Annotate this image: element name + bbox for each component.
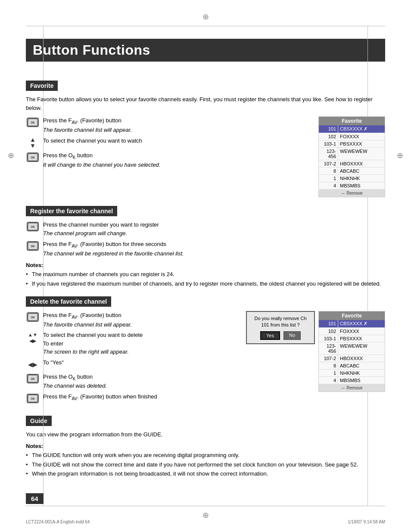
del-instr-row-2: ▲▼ ◀▶ To select the channel you want to … bbox=[26, 331, 239, 356]
fav-name-123: WEWEWEW bbox=[338, 148, 385, 160]
svg-text:OK: OK bbox=[31, 121, 35, 124]
footer-left: LCT2224-001A-A English.indd 64 bbox=[26, 520, 90, 524]
fav-name-102: FOXXXX bbox=[338, 133, 385, 140]
guide-note-3: When the program information is not bein… bbox=[26, 470, 385, 478]
title-bar: Button Functions bbox=[26, 39, 385, 62]
del-instr-row-3: ◀▶ To "Yes" bbox=[26, 358, 239, 370]
favorite-instruction-area: OK Press the FAV. (Favorite) button The … bbox=[26, 116, 385, 197]
fav-instr-text-1: Press the FAV. (Favorite) button The fav… bbox=[43, 116, 132, 134]
del-instr-text-4: Press the OK button The channel was dele… bbox=[43, 373, 107, 390]
dialog-no-button[interactable]: No bbox=[283, 331, 301, 340]
fav-instr-row-3: OK Press the OK button It will change to… bbox=[26, 151, 310, 169]
guide-notes: Notes: The GUIDE function will only work… bbox=[26, 443, 385, 478]
fav-row-103: 103-1 PBSXXXX bbox=[319, 140, 385, 148]
footer-right: 1/18/07 9:14:58 AM bbox=[348, 520, 385, 524]
favorite-intro: The Favorite button allows you to select… bbox=[26, 95, 385, 112]
favorite-panel-1: Favorite 101 CBSXXXX ✗ 102 FOXXXX 103-1 … bbox=[318, 116, 385, 197]
fav-name-1: NHKNHK bbox=[338, 175, 385, 182]
right-crosshair: ⊕ bbox=[397, 151, 403, 160]
delete-right-col: Do you really remove Ch 101 from this li… bbox=[246, 311, 385, 394]
left-crosshair: ⊕ bbox=[8, 151, 14, 160]
fav-row-101: 101 CBSXXXX ✗ bbox=[319, 125, 385, 133]
title-section: Button Functions bbox=[26, 39, 385, 72]
fav-num-8: 8 bbox=[319, 168, 338, 174]
fav-num-1: 1 bbox=[319, 175, 338, 182]
dialog-area: Do you really remove Ch 101 from this li… bbox=[246, 311, 385, 392]
fav-instr-row-1: OK Press the FAV. (Favorite) button The … bbox=[26, 116, 310, 134]
fav-row-107: 107-2 HBOXXXX bbox=[319, 160, 385, 168]
register-header: Register the favorite channel bbox=[26, 206, 117, 216]
guide-note-2: The GUIDE will not show the correct time… bbox=[26, 460, 385, 469]
bottom-crosshair: ⊕ bbox=[202, 510, 209, 520]
register-section: Register the favorite channel OK Press t… bbox=[26, 206, 385, 288]
fav-row-8: 8 ABCABC bbox=[319, 168, 385, 175]
dialog-yes-button[interactable]: Yes bbox=[260, 331, 280, 340]
fav-panel-box-2: Favorite 101 CBSXXXX ✗ 102 FOXXXX 103-1 … bbox=[318, 311, 385, 392]
fav-name-4: MBSMBS bbox=[338, 182, 385, 189]
guide-intro: You can view the program information fro… bbox=[26, 430, 385, 439]
del-fav-row-1: 1 NHKNHK bbox=[319, 370, 385, 377]
fav-panel-title-1: Favorite bbox=[319, 117, 385, 125]
register-notes: Notes: The maximum number of channels yo… bbox=[26, 262, 385, 288]
del-instr-row-4: OK Press the OK button The channel was d… bbox=[26, 373, 239, 390]
del-instr-text-5: Press the FAV. (Favorite) button when fi… bbox=[43, 392, 157, 402]
guide-section: Guide You can view the program informati… bbox=[26, 416, 385, 478]
register-note-2: If you have registered the maximum numbe… bbox=[26, 280, 385, 288]
page-title: Button Functions bbox=[33, 42, 378, 58]
ok-btn-icon-1: OK bbox=[26, 116, 40, 128]
fav-panel-box-1: Favorite 101 CBSXXXX ✗ 102 FOXXXX 103-1 … bbox=[318, 116, 385, 197]
lr-arrow-icon: ◀▶ bbox=[26, 358, 40, 370]
delete-instr-col: OK Press the FAV. (Favorite) button The … bbox=[26, 311, 239, 407]
dialog-text: Do you really remove Ch 101 from this li… bbox=[252, 315, 309, 329]
fav-num-107: 107-2 bbox=[319, 160, 338, 167]
del-fav-row-107: 107-2 HBOXXXX bbox=[319, 355, 385, 362]
guide-notes-title: Notes: bbox=[26, 443, 385, 449]
dialog-button-row: Yes No bbox=[252, 331, 309, 340]
fav-name-103: PBSXXXX bbox=[338, 140, 385, 147]
delete-layout: OK Press the FAV. (Favorite) button The … bbox=[26, 311, 385, 407]
page-container: ⊕ ⊕ ⊕ Button Functions Favorite The Favo… bbox=[0, 0, 411, 532]
up-down-arrow-icon: ▲▼ bbox=[26, 137, 40, 149]
svg-text:OK: OK bbox=[31, 316, 35, 319]
ok-btn-del-1: OK bbox=[26, 311, 40, 323]
fav-remove-1: ↔ Remove bbox=[319, 190, 385, 197]
bottom-border-line bbox=[26, 506, 385, 506]
del-instr-text-1: Press the FAV. (Favorite) button The fav… bbox=[43, 311, 132, 329]
delete-section: Delete the favorite channel OK Pre bbox=[26, 296, 385, 407]
fav-instr-text-2: To select the channel you want to watch bbox=[43, 137, 142, 145]
fav-instr-row-2: ▲▼ To select the channel you want to wat… bbox=[26, 137, 310, 149]
fav-num-102: 102 bbox=[319, 133, 338, 140]
del-instr-row-5: OK Press the FAV. (Favorite) button when… bbox=[26, 392, 239, 404]
del-fav-row-101: 101 CBSXXXX ✗ bbox=[319, 320, 385, 328]
fav-row-1: 1 NHKNHK bbox=[319, 175, 385, 182]
delete-header: Delete the favorite channel bbox=[26, 296, 111, 307]
fav-row-123: 123-456 WEWEWEW bbox=[319, 148, 385, 160]
ok-btn-icon-reg1: OK bbox=[26, 221, 40, 233]
del-fav-row-103: 103-1 PBSXXXX bbox=[319, 335, 385, 342]
reg-instr-text-1: Press the channel number you want to reg… bbox=[43, 221, 159, 237]
del-fav-row-123: 123-456 WEWEWEW bbox=[319, 342, 385, 355]
fav-name-107: HBOXXXX bbox=[338, 160, 385, 167]
svg-text:OK: OK bbox=[31, 397, 35, 400]
arrow-4way-icon: ▲▼ ◀▶ bbox=[26, 331, 40, 343]
top-crosshair: ⊕ bbox=[202, 12, 209, 22]
ok-button-shape-3: OK bbox=[27, 152, 39, 162]
top-border-line bbox=[26, 26, 385, 26]
reg-instr-row-1: OK Press the channel number you want to … bbox=[26, 221, 385, 237]
fav-instr-text-3: Press the OK button It will change to th… bbox=[43, 151, 160, 169]
page-footer: LCT2224-001A-A English.indd 64 1/18/07 9… bbox=[26, 520, 385, 524]
ok-btn-del-4: OK bbox=[26, 373, 40, 385]
fav-num-123: 123-456 bbox=[319, 148, 338, 160]
page-number-box: 64 bbox=[26, 493, 44, 504]
favorite-instructions: OK Press the FAV. (Favorite) button The … bbox=[26, 116, 310, 197]
reg-instr-text-2: Press the FAV. (Favorite) button for thr… bbox=[43, 240, 184, 258]
ok-btn-icon-3: OK bbox=[26, 151, 40, 163]
ok-btn-icon-reg2: OK bbox=[26, 240, 40, 252]
fav-panel-title-2: Favorite bbox=[319, 311, 385, 320]
delete-dialog: Do you really remove Ch 101 from this li… bbox=[246, 311, 315, 344]
fav-num-101: 101 bbox=[319, 125, 338, 133]
svg-text:OK: OK bbox=[31, 225, 35, 228]
fav-name-101: CBSXXXX ✗ bbox=[338, 125, 385, 133]
del-fav-row-102: 102 FOXXXX bbox=[319, 328, 385, 335]
register-note-1: The maximum number of channels you can r… bbox=[26, 270, 385, 279]
